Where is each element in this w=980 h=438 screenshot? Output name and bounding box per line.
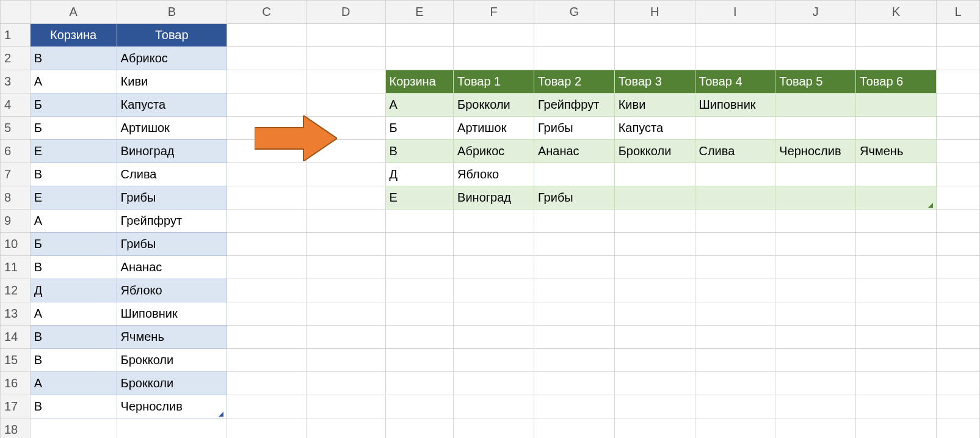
table-resize-handle[interactable]: [928, 203, 933, 208]
cell-D17[interactable]: [306, 395, 385, 418]
select-all-corner[interactable]: [1, 1, 31, 24]
cell-A14[interactable]: В: [30, 326, 117, 349]
cell-J13[interactable]: [775, 302, 856, 326]
cell-F3[interactable]: Товар 1: [454, 70, 534, 93]
cell-L3[interactable]: [936, 70, 979, 93]
cell-L4[interactable]: [936, 93, 979, 117]
cell-I8[interactable]: [695, 186, 775, 210]
cell-A9[interactable]: А: [30, 210, 117, 233]
cell-B5[interactable]: Артишок: [117, 117, 227, 140]
row-header-5[interactable]: 5: [1, 117, 31, 140]
cell-E8[interactable]: Е: [385, 186, 454, 210]
cell-J18[interactable]: [775, 418, 856, 439]
cell-A3[interactable]: А: [30, 70, 117, 93]
cell-D13[interactable]: [306, 302, 385, 326]
col-header-A[interactable]: A: [30, 1, 117, 24]
cell-A15[interactable]: В: [30, 349, 117, 372]
cell-E5[interactable]: Б: [385, 117, 454, 140]
cell-A11[interactable]: В: [30, 256, 117, 279]
cell-H12[interactable]: [614, 279, 695, 302]
cell-F15[interactable]: [454, 349, 534, 372]
cell-E12[interactable]: [385, 279, 454, 302]
cell-C4[interactable]: [227, 93, 307, 117]
cell-E9[interactable]: [385, 210, 454, 233]
row-header-15[interactable]: 15: [1, 349, 31, 372]
cell-C15[interactable]: [227, 349, 307, 372]
cell-E2[interactable]: [385, 47, 454, 70]
cell-H5[interactable]: Капуста: [614, 117, 695, 140]
cell-C13[interactable]: [227, 302, 307, 326]
cell-I9[interactable]: [695, 210, 775, 233]
cell-L6[interactable]: [936, 140, 979, 163]
cell-G18[interactable]: [534, 418, 614, 439]
cell-A18[interactable]: [30, 418, 117, 439]
cell-C3[interactable]: [227, 70, 307, 93]
cell-E11[interactable]: [385, 256, 454, 279]
cell-K17[interactable]: [856, 395, 937, 418]
cell-K15[interactable]: [856, 349, 937, 372]
cell-K12[interactable]: [856, 279, 937, 302]
cell-B3[interactable]: Киви: [117, 70, 227, 93]
cell-H8[interactable]: [614, 186, 695, 210]
cell-G11[interactable]: [534, 256, 614, 279]
cell-C18[interactable]: [227, 418, 307, 439]
cell-D1[interactable]: [306, 24, 385, 47]
row-header-9[interactable]: 9: [1, 210, 31, 233]
cell-C9[interactable]: [227, 210, 307, 233]
cell-G4[interactable]: Грейпфрут: [534, 93, 614, 117]
cell-G12[interactable]: [534, 279, 614, 302]
cell-D6[interactable]: [306, 140, 385, 163]
cell-E1[interactable]: [385, 24, 454, 47]
cell-K10[interactable]: [856, 233, 937, 256]
cell-D16[interactable]: [306, 372, 385, 395]
cell-C8[interactable]: [227, 186, 307, 210]
cell-D12[interactable]: [306, 279, 385, 302]
cell-B2[interactable]: Абрикос: [117, 47, 227, 70]
cell-D14[interactable]: [306, 326, 385, 349]
cell-E7[interactable]: Д: [385, 163, 454, 186]
cell-G15[interactable]: [534, 349, 614, 372]
cell-J16[interactable]: [775, 372, 856, 395]
cell-E4[interactable]: А: [385, 93, 454, 117]
cell-H16[interactable]: [614, 372, 695, 395]
cell-J11[interactable]: [775, 256, 856, 279]
cell-B15[interactable]: Брокколи: [117, 349, 227, 372]
cell-D10[interactable]: [306, 233, 385, 256]
cell-L8[interactable]: [936, 186, 979, 210]
cell-G2[interactable]: [534, 47, 614, 70]
cell-F4[interactable]: Брокколи: [454, 93, 534, 117]
cell-K1[interactable]: [856, 24, 937, 47]
cell-K7[interactable]: [856, 163, 937, 186]
cell-C14[interactable]: [227, 326, 307, 349]
cell-J1[interactable]: [775, 24, 856, 47]
col-header-G[interactable]: G: [534, 1, 614, 24]
cell-D7[interactable]: [306, 163, 385, 186]
cell-K5[interactable]: [856, 117, 937, 140]
cell-D2[interactable]: [306, 47, 385, 70]
cell-G1[interactable]: [534, 24, 614, 47]
cell-I13[interactable]: [695, 302, 775, 326]
cell-B6[interactable]: Виноград: [117, 140, 227, 163]
cell-B1[interactable]: Товар: [117, 24, 227, 47]
cell-K13[interactable]: [856, 302, 937, 326]
cell-J6[interactable]: Чернослив: [775, 140, 856, 163]
cell-A12[interactable]: Д: [30, 279, 117, 302]
cell-G10[interactable]: [534, 233, 614, 256]
cell-B18[interactable]: [117, 418, 227, 439]
cell-I14[interactable]: [695, 326, 775, 349]
cell-C12[interactable]: [227, 279, 307, 302]
cell-H13[interactable]: [614, 302, 695, 326]
cell-L15[interactable]: [936, 349, 979, 372]
cell-K8[interactable]: [856, 186, 937, 210]
cell-L14[interactable]: [936, 326, 979, 349]
cell-F7[interactable]: Яблоко: [454, 163, 534, 186]
cell-B11[interactable]: Ананас: [117, 256, 227, 279]
cell-L5[interactable]: [936, 117, 979, 140]
cell-A10[interactable]: Б: [30, 233, 117, 256]
cell-J3[interactable]: Товар 5: [775, 70, 856, 93]
cell-L9[interactable]: [936, 210, 979, 233]
cell-K16[interactable]: [856, 372, 937, 395]
cell-E3[interactable]: Корзина: [385, 70, 454, 93]
cell-J10[interactable]: [775, 233, 856, 256]
row-header-14[interactable]: 14: [1, 326, 31, 349]
